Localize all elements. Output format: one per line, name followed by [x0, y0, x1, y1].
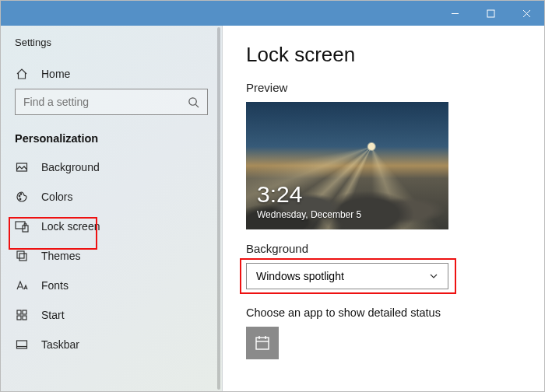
svg-rect-1: [487, 10, 494, 17]
fonts-icon: [15, 278, 29, 292]
sidebar-item-label: Colors: [41, 191, 72, 203]
svg-point-9: [19, 198, 21, 200]
lock-screen-date: Wednesday, December 5: [257, 209, 361, 220]
titlebar: [1, 1, 544, 26]
svg-rect-15: [23, 310, 26, 314]
sidebar-item-label: Background: [41, 161, 100, 173]
svg-rect-14: [17, 310, 21, 314]
preview-heading: Preview: [246, 81, 521, 94]
svg-rect-12: [17, 251, 24, 258]
maximize-button[interactable]: [473, 1, 508, 26]
minimize-icon: [451, 9, 459, 18]
chevron-down-icon: [429, 271, 438, 281]
svg-rect-13: [19, 254, 26, 261]
svg-point-4: [189, 97, 196, 104]
sidebar-item-themes[interactable]: Themes: [1, 241, 222, 271]
page-title: Lock screen: [246, 43, 521, 67]
sidebar-section-title: Personalization: [1, 128, 222, 152]
sidebar-home-label: Home: [41, 68, 70, 80]
settings-window: Settings Home Personalization Background: [0, 0, 545, 392]
app-title: Settings: [1, 33, 222, 59]
palette-icon: [15, 190, 29, 204]
svg-point-8: [20, 194, 22, 195]
svg-rect-16: [17, 316, 21, 320]
start-icon: [15, 308, 29, 322]
sidebar-item-fonts[interactable]: Fonts: [1, 271, 222, 300]
minimize-button[interactable]: [437, 1, 473, 26]
scrollbar[interactable]: [217, 27, 220, 390]
sidebar-item-taskbar[interactable]: Taskbar: [1, 330, 222, 359]
sidebar-item-label: Start: [41, 309, 65, 321]
sidebar-home[interactable]: Home: [1, 59, 222, 89]
svg-rect-17: [23, 316, 26, 320]
themes-icon: [15, 249, 29, 263]
close-icon: [522, 9, 531, 18]
sidebar-item-lock-screen[interactable]: Lock screen: [1, 212, 222, 241]
sidebar: Settings Home Personalization Background: [1, 26, 223, 391]
calendar-icon: [254, 334, 271, 352]
search-input[interactable]: [23, 96, 188, 108]
taskbar-icon: [15, 338, 29, 352]
detailed-status-heading: Choose an app to show detailed status: [246, 306, 521, 319]
svg-rect-20: [256, 338, 269, 349]
svg-point-7: [19, 195, 20, 197]
svg-rect-18: [17, 341, 27, 348]
maximize-icon: [487, 9, 495, 18]
sidebar-item-colors[interactable]: Colors: [1, 182, 222, 212]
content-pane: Lock screen Preview 3:24 Wednesday, Dece…: [223, 26, 544, 391]
background-dropdown[interactable]: Windows spotlight: [246, 263, 448, 289]
lock-screen-time: 3:24: [257, 181, 302, 208]
sidebar-item-start[interactable]: Start: [1, 300, 222, 330]
lock-screen-icon: [15, 219, 29, 233]
sidebar-item-label: Themes: [41, 250, 81, 262]
sidebar-item-label: Fonts: [41, 279, 69, 292]
sidebar-item-label: Lock screen: [41, 220, 100, 233]
background-dropdown-value: Windows spotlight: [256, 270, 344, 282]
search-box[interactable]: [15, 89, 208, 115]
detailed-status-app-tile[interactable]: [246, 327, 279, 359]
search-icon: [188, 96, 199, 108]
sidebar-item-label: Taskbar: [41, 338, 79, 351]
picture-icon: [15, 160, 29, 174]
close-button[interactable]: [508, 1, 544, 26]
sidebar-item-background[interactable]: Background: [1, 152, 222, 182]
lock-screen-preview: 3:24 Wednesday, December 5: [246, 102, 448, 229]
background-heading: Background: [246, 242, 521, 255]
home-icon: [15, 67, 29, 81]
svg-line-5: [195, 104, 199, 107]
